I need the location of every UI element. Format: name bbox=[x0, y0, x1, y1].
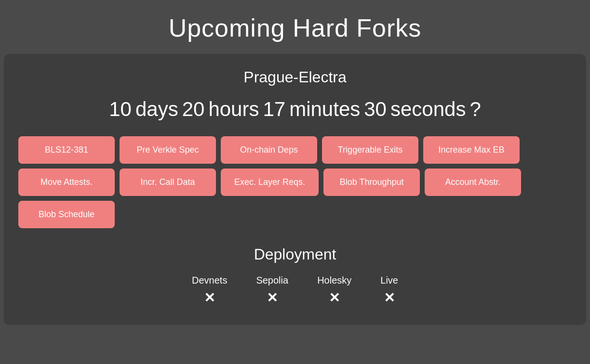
features-grid: BLS12-381Pre Verkle SpecOn-chain DepsTri… bbox=[18, 136, 572, 228]
feature-btn-1[interactable]: Pre Verkle Spec bbox=[120, 136, 216, 164]
deployment-col-status-1: ✕ bbox=[267, 290, 278, 306]
feature-btn-7[interactable]: Exec. Layer Reqs. bbox=[221, 169, 319, 196]
seconds-label: seconds bbox=[390, 98, 466, 121]
feature-btn-0[interactable]: BLS12-381 bbox=[18, 136, 115, 164]
days-label: days bbox=[135, 98, 178, 121]
deployment-table: Devnets✕Sepolia✕Holesky✕Live✕ bbox=[18, 275, 572, 306]
seconds-value: 30 bbox=[364, 98, 387, 121]
deployment-col-status-3: ✕ bbox=[384, 290, 395, 306]
deployment-col-0: Devnets✕ bbox=[192, 275, 227, 306]
hours-label: hours bbox=[208, 98, 259, 121]
deployment-title: Deployment bbox=[18, 246, 572, 263]
header: Upcoming Hard Forks bbox=[0, 0, 590, 54]
days-value: 10 bbox=[109, 98, 132, 121]
feature-btn-2[interactable]: On-chain Deps bbox=[221, 136, 317, 164]
deployment-col-label-0: Devnets bbox=[192, 275, 227, 286]
deployment-section: Deployment Devnets✕Sepolia✕Holesky✕Live✕ bbox=[18, 246, 572, 306]
deployment-col-status-0: ✕ bbox=[204, 290, 215, 306]
deployment-col-2: Holesky✕ bbox=[317, 275, 351, 306]
feature-btn-10[interactable]: Blob Schedule bbox=[18, 201, 115, 228]
feature-btn-4[interactable]: Increase Max EB bbox=[423, 136, 520, 164]
main-card: Prague-Electra 10 days 20 hours 17 minut… bbox=[4, 54, 586, 325]
countdown: 10 days 20 hours 17 minutes 30 seconds ? bbox=[18, 98, 572, 121]
deployment-col-3: Live✕ bbox=[380, 275, 398, 306]
feature-btn-9[interactable]: Account Abstr. bbox=[425, 169, 521, 196]
minutes-value: 17 bbox=[263, 98, 285, 121]
deployment-col-status-2: ✕ bbox=[329, 290, 340, 306]
deployment-col-1: Sepolia✕ bbox=[256, 275, 288, 306]
deployment-col-label-1: Sepolia bbox=[256, 275, 288, 286]
hours-value: 20 bbox=[182, 98, 205, 121]
deployment-col-label-2: Holesky bbox=[317, 275, 351, 286]
fork-name: Prague-Electra bbox=[18, 68, 572, 86]
feature-btn-3[interactable]: Triggerable Exits bbox=[322, 136, 418, 164]
page-title: Upcoming Hard Forks bbox=[10, 13, 580, 42]
feature-btn-5[interactable]: Move Attests. bbox=[18, 169, 115, 196]
feature-btn-8[interactable]: Blob Throughput bbox=[323, 169, 420, 196]
minutes-label: minutes bbox=[289, 98, 360, 121]
deployment-col-label-3: Live bbox=[380, 275, 398, 286]
feature-btn-6[interactable]: Incr. Call Data bbox=[120, 169, 216, 196]
countdown-question: ? bbox=[469, 98, 481, 121]
